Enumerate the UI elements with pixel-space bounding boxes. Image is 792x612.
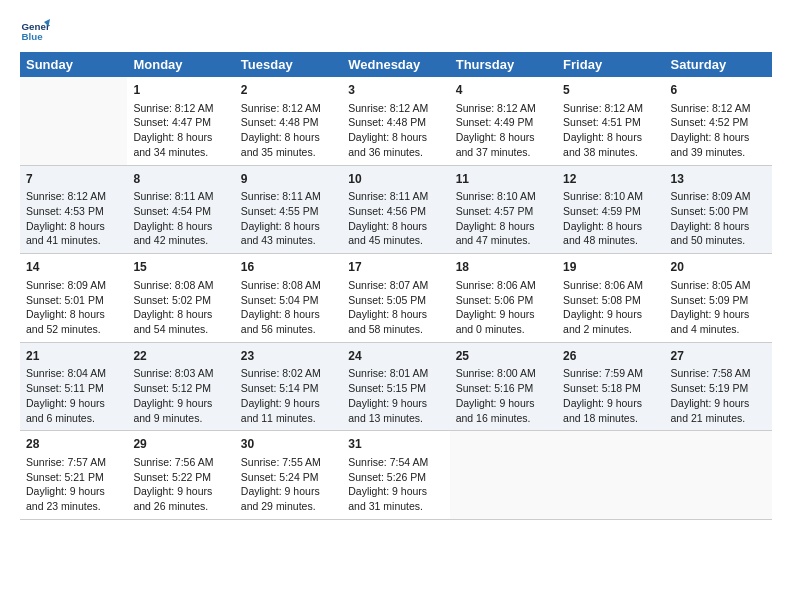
day-number: 22 [133,348,228,365]
day-info-line: Sunrise: 8:03 AM [133,366,228,381]
day-info-line: Sunrise: 8:02 AM [241,366,336,381]
day-number: 14 [26,259,121,276]
day-info-line: Sunrise: 8:12 AM [133,101,228,116]
day-info-line: and 47 minutes. [456,233,551,248]
day-info-line: and 16 minutes. [456,411,551,426]
day-info-line: Sunrise: 7:58 AM [671,366,766,381]
day-cell-2-6: 12Sunrise: 8:10 AMSunset: 4:59 PMDayligh… [557,165,664,254]
day-info-line: Sunset: 5:04 PM [241,293,336,308]
day-info-line: Daylight: 8 hours [671,130,766,145]
day-info-line: and 11 minutes. [241,411,336,426]
day-cell-3-6: 19Sunrise: 8:06 AMSunset: 5:08 PMDayligh… [557,254,664,343]
day-number: 29 [133,436,228,453]
day-number: 18 [456,259,551,276]
day-cell-2-4: 10Sunrise: 8:11 AMSunset: 4:56 PMDayligh… [342,165,449,254]
day-cell-4-6: 26Sunrise: 7:59 AMSunset: 5:18 PMDayligh… [557,342,664,431]
day-number: 31 [348,436,443,453]
day-cell-3-7: 20Sunrise: 8:05 AMSunset: 5:09 PMDayligh… [665,254,772,343]
day-info-line: Daylight: 8 hours [133,307,228,322]
day-info-line: Sunrise: 8:00 AM [456,366,551,381]
day-cell-4-1: 21Sunrise: 8:04 AMSunset: 5:11 PMDayligh… [20,342,127,431]
day-info-line: Daylight: 9 hours [26,396,121,411]
day-cell-4-3: 23Sunrise: 8:02 AMSunset: 5:14 PMDayligh… [235,342,342,431]
day-number: 25 [456,348,551,365]
day-info-line: Sunset: 4:52 PM [671,115,766,130]
day-info-line: Sunset: 5:09 PM [671,293,766,308]
day-cell-1-1 [20,77,127,165]
day-number: 30 [241,436,336,453]
header: General Blue [20,16,772,46]
day-number: 3 [348,82,443,99]
calendar-table: SundayMondayTuesdayWednesdayThursdayFrid… [20,52,772,520]
day-info-line: Sunrise: 7:57 AM [26,455,121,470]
logo: General Blue [20,16,54,46]
day-cell-2-3: 9Sunrise: 8:11 AMSunset: 4:55 PMDaylight… [235,165,342,254]
day-number: 11 [456,171,551,188]
day-cell-3-2: 15Sunrise: 8:08 AMSunset: 5:02 PMDayligh… [127,254,234,343]
day-info-line: Daylight: 8 hours [348,130,443,145]
day-info-line: and 48 minutes. [563,233,658,248]
day-cell-3-4: 17Sunrise: 8:07 AMSunset: 5:05 PMDayligh… [342,254,449,343]
day-info-line: Daylight: 8 hours [241,219,336,234]
day-info-line: Daylight: 8 hours [456,130,551,145]
day-number: 15 [133,259,228,276]
day-info-line: Sunrise: 8:05 AM [671,278,766,293]
day-info-line: Sunset: 4:56 PM [348,204,443,219]
day-info-line: Sunrise: 8:10 AM [563,189,658,204]
day-info-line: Sunrise: 7:56 AM [133,455,228,470]
day-info-line: and 4 minutes. [671,322,766,337]
day-info-line: Sunset: 4:59 PM [563,204,658,219]
day-info-line: Sunrise: 8:08 AM [241,278,336,293]
day-info-line: Sunrise: 8:10 AM [456,189,551,204]
day-info-line: Daylight: 9 hours [241,396,336,411]
day-info-line: Daylight: 9 hours [456,396,551,411]
day-info-line: Sunset: 4:48 PM [348,115,443,130]
day-info-line: Daylight: 9 hours [241,484,336,499]
day-info-line: Sunset: 4:51 PM [563,115,658,130]
day-info-line: and 41 minutes. [26,233,121,248]
day-info-line: and 50 minutes. [671,233,766,248]
day-info-line: Sunset: 5:05 PM [348,293,443,308]
day-number: 4 [456,82,551,99]
day-info-line: and 42 minutes. [133,233,228,248]
day-info-line: Sunrise: 8:12 AM [26,189,121,204]
day-number: 13 [671,171,766,188]
day-cell-5-2: 29Sunrise: 7:56 AMSunset: 5:22 PMDayligh… [127,431,234,520]
day-info-line: Daylight: 8 hours [241,307,336,322]
day-info-line: Sunset: 5:08 PM [563,293,658,308]
day-info-line: Daylight: 8 hours [26,307,121,322]
day-number: 20 [671,259,766,276]
day-info-line: Sunrise: 8:06 AM [456,278,551,293]
day-info-line: Sunrise: 8:09 AM [26,278,121,293]
day-info-line: Sunset: 5:16 PM [456,381,551,396]
day-info-line: Daylight: 8 hours [348,307,443,322]
day-info-line: Daylight: 9 hours [348,396,443,411]
day-info-line: Sunset: 5:22 PM [133,470,228,485]
day-number: 26 [563,348,658,365]
day-cell-2-2: 8Sunrise: 8:11 AMSunset: 4:54 PMDaylight… [127,165,234,254]
day-info-line: Sunrise: 8:12 AM [671,101,766,116]
day-number: 27 [671,348,766,365]
day-number: 6 [671,82,766,99]
day-info-line: Sunset: 5:12 PM [133,381,228,396]
day-cell-3-1: 14Sunrise: 8:09 AMSunset: 5:01 PMDayligh… [20,254,127,343]
day-cell-5-4: 31Sunrise: 7:54 AMSunset: 5:26 PMDayligh… [342,431,449,520]
day-info-line: and 35 minutes. [241,145,336,160]
day-info-line: Sunset: 4:47 PM [133,115,228,130]
day-info-line: Daylight: 8 hours [348,219,443,234]
day-info-line: Sunset: 4:48 PM [241,115,336,130]
day-info-line: Sunset: 5:19 PM [671,381,766,396]
day-info-line: Sunset: 4:54 PM [133,204,228,219]
day-cell-1-4: 3Sunrise: 8:12 AMSunset: 4:48 PMDaylight… [342,77,449,165]
day-number: 10 [348,171,443,188]
day-info-line: and 38 minutes. [563,145,658,160]
day-number: 19 [563,259,658,276]
day-cell-1-2: 1Sunrise: 8:12 AMSunset: 4:47 PMDaylight… [127,77,234,165]
page-container: General Blue SundayMondayTuesdayWednesda… [0,0,792,530]
day-info-line: Sunrise: 8:11 AM [133,189,228,204]
day-info-line: Sunrise: 8:09 AM [671,189,766,204]
day-number: 23 [241,348,336,365]
day-info-line: Sunset: 5:26 PM [348,470,443,485]
day-cell-2-1: 7Sunrise: 8:12 AMSunset: 4:53 PMDaylight… [20,165,127,254]
day-info-line: and 31 minutes. [348,499,443,514]
